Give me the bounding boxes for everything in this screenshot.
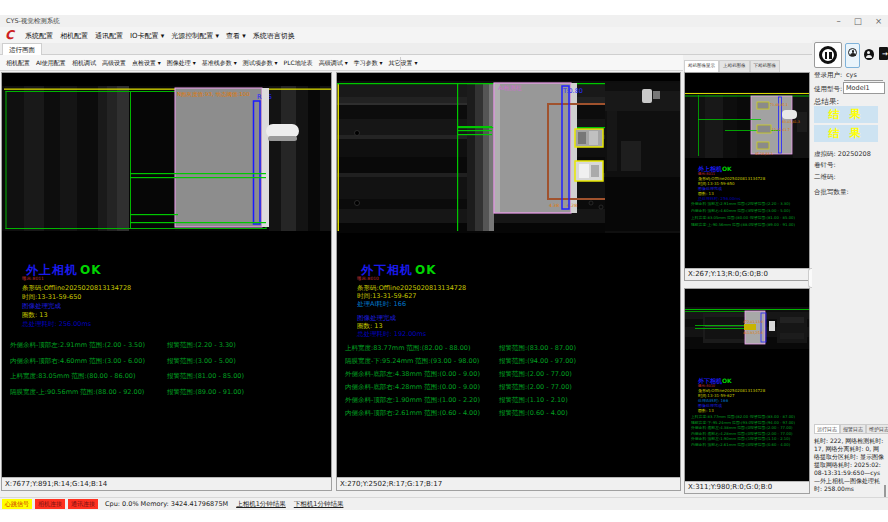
measurement-text: 内侧余料-顶部右:4.60mm 范围:(3.00 - 6.00) — [10, 357, 167, 373]
batch-label: 合批写数量: — [814, 188, 849, 197]
operator-button[interactable] — [862, 44, 875, 66]
measurement-text: 隔膜宽度-上:90.56mm 范围:(88.00 - 92.00) — [691, 222, 750, 229]
pause-icon — [819, 46, 837, 64]
exit-button[interactable] — [877, 43, 888, 68]
log-tab[interactable]: 报警日志 — [840, 424, 866, 434]
thumb-loops: 圈数: 13 — [698, 408, 714, 413]
login-value: cys — [846, 71, 857, 79]
menu-item[interactable]: 相机配置 — [60, 31, 88, 41]
time-text: 时间:13-31-59-650 — [22, 293, 81, 302]
measurement-text: 内侧余料-底部右:4.28mm 范围:(0.00 - 9.00) — [345, 383, 499, 396]
toolbar-item[interactable]: 高级调试 ▾ — [319, 59, 348, 68]
toolbar-item[interactable]: 相机调试 — [72, 59, 96, 68]
measurement-row: 内侧余料-顶部右:2.61mm 范围:(0.60 - 4.00)报警范围:(0.… — [691, 442, 809, 448]
svg-text:461.93,25.8: 461.93,25.8 — [743, 331, 763, 335]
model-select[interactable]: Model1 — [843, 82, 885, 94]
log-scrollbar[interactable] — [884, 485, 886, 497]
measurement-row: 上料宽度:83.05mm 范围:(80.00 - 86.00)报警范围:(81.… — [691, 215, 809, 222]
total-time-text: 总处理耗时: 192.00ms — [357, 330, 426, 339]
toolbar-item[interactable]: 学习参数 ▾ — [354, 59, 383, 68]
measurement-alarm: 报警范围:(3.00 - 5.00) — [750, 208, 790, 215]
camera-thumb-top[interactable]: 73.48,45.1 12.01,61.7 83.03,41.3 45.18,8… — [684, 72, 810, 281]
measurement-alarm: 报警范围:(81.00 - 85.00) — [750, 215, 795, 222]
virtual-code: 虚拟码: 20250208 — [814, 150, 871, 159]
camera-canvas-mid: AI检测框 4.38 4.28 T:0.80 外下相机OK 曝光:8010 条 — [337, 73, 680, 477]
window-controls: –□× — [824, 16, 882, 26]
result-box-2: 结 果 — [814, 125, 878, 142]
pause-button[interactable] — [814, 42, 842, 68]
toolbar-item[interactable]: AI使用配置 — [36, 59, 66, 68]
toolbar-item[interactable]: 基准线参数 ▾ — [202, 59, 237, 68]
minimize-button[interactable]: – — [837, 16, 841, 26]
svg-text:12.01,61.7: 12.01,61.7 — [772, 128, 790, 132]
measurement-text: 上料宽度:83.77mm 范围:(82.00 - 88.00) — [345, 344, 499, 357]
measurement-alarm: 报警范围:(94.00 - 97.00) — [499, 357, 576, 370]
toolbar-item[interactable]: PLC地址表 — [284, 59, 313, 68]
toolbar-item[interactable]: 测试项参数 ▾ — [243, 59, 278, 68]
result-box-1: 结 果 — [814, 106, 878, 123]
camera-view-left[interactable]: N面灰度值:93, 动态阈值:100 R:46 外上相机OK 曝光:8011 条… — [1, 72, 332, 491]
panel-collapse-handle[interactable] — [808, 268, 812, 288]
measurement-alarm: 报警范围:(3.00 - 5.00) — [167, 357, 236, 373]
measurement-row: 隔膜宽度-上:90.56mm 范围:(88.00 - 92.00)报警范围:(8… — [10, 388, 244, 404]
measurement-text: 内侧余料-顶部右:2.61mm 范围:(0.60 - 4.00) — [691, 442, 750, 448]
toolbar-item[interactable]: 图像处理 ▾ — [167, 59, 196, 68]
operator-icon — [864, 49, 874, 60]
thumb-tab[interactable]: 下相机图像 — [750, 60, 781, 72]
toolbar-item[interactable]: 相机配置 — [6, 59, 30, 68]
camera-view-mid[interactable]: AI检测框 4.38 4.28 T:0.80 外下相机OK 曝光:8010 条 — [336, 72, 681, 491]
menu-item[interactable]: 查看 ▾ — [226, 31, 246, 41]
login-label: 登录用户: — [814, 71, 842, 80]
view-statusbar-mid: X:270;Y:2502;R:17;G:17;B:17 — [337, 477, 680, 490]
lower-camera-result-link[interactable]: 下相机1分钟结果 — [294, 500, 344, 509]
menu-item[interactable]: 光源控制配置 ▾ — [171, 31, 219, 41]
svg-text:4.38: 4.38 — [549, 203, 559, 208]
measurement-alarm: 报警范围:(1.10 - 2.10) — [499, 396, 568, 409]
measurement-alarm: 报警范围:(0.60 - 4.00) — [750, 442, 790, 448]
total-time-text: 总处理耗时: 256.00ms — [22, 320, 91, 329]
model-label: 使用型号: — [814, 85, 842, 94]
thumb-tab[interactable]: 上相机图像 — [719, 60, 750, 72]
thumb-tab[interactable]: 相机图像显示 — [684, 60, 719, 72]
log-tab[interactable]: 运行日志 — [814, 424, 840, 434]
pin-label: 卷针号: — [814, 161, 836, 170]
menu-item[interactable]: 系统配置 — [25, 31, 53, 41]
camera-thumb-bottom[interactable]: 472.01,13.9 461.93,25.8 外下相机OK 曝光:8010 条… — [684, 288, 810, 494]
measurement-text: 上料宽度:83.05mm 范围:(80.00 - 86.00) — [691, 215, 750, 222]
thumb-tabs: 相机图像显示上相机图像下相机图像 — [684, 60, 810, 72]
maximize-button[interactable]: □ — [854, 16, 862, 26]
menu-item[interactable]: 系统语言切换 — [253, 31, 295, 41]
close-button[interactable]: × — [875, 16, 882, 26]
title-bar: CYS-视觉检测系统 –□× — [0, 15, 888, 27]
svg-text:N面灰度值:93, 动态阈值:100: N面灰度值:93, 动态阈值:100 — [177, 91, 250, 98]
camera-canvas-left: N面灰度值:93, 动态阈值:100 R:46 外上相机OK 曝光:8011 条… — [2, 73, 331, 477]
menu-items: 系统配置相机配置通讯配置IO卡配置 ▾光源控制配置 ▾查看 ▾系统语言切换 — [25, 31, 295, 41]
menu-item[interactable]: 通讯配置 — [95, 31, 123, 41]
upper-camera-result-link[interactable]: 上相机1分钟结果 — [236, 500, 286, 509]
measurement-text: 内侧余料-顶部右:2.61mm 范围:(0.60 - 4.00) — [345, 409, 499, 422]
toolbar-item[interactable]: 其它设置 ▾ — [389, 59, 418, 68]
measurement-alarm: 报警范围:(2.20 - 3.30) — [750, 201, 790, 208]
status-badge: 心跳信号 — [2, 499, 32, 509]
toolbar-item[interactable]: 点检设置 ▾ — [132, 59, 161, 68]
thumb-statusbar-top: X:267;Y:13;R:0;G:0;B:0 — [685, 268, 809, 280]
user-button[interactable] — [845, 43, 860, 68]
menu-bar: C 系统配置相机配置通讯配置IO卡配置 ▾光源控制配置 ▾查看 ▾系统语言切换 — [0, 27, 888, 43]
measurement-alarm: 报警范围:(83.00 - 87.00) — [499, 344, 576, 357]
tab-run-screen[interactable]: 运行画面 — [2, 43, 42, 55]
measurement-row: 内侧余料-顶部右:4.60mm 范围:(3.00 - 6.00)报警范围:(3.… — [10, 357, 244, 373]
toolbar-items: 相机配置AI使用配置相机调试高级设置点检设置 ▾图像处理 ▾基准线参数 ▾测试项… — [6, 59, 417, 68]
login-underline — [844, 80, 883, 81]
measurement-row: 隔膜宽度-下:95.24mm 范围:(93.00 - 98.00)报警范围:(9… — [345, 357, 576, 370]
toolbar-item[interactable]: 高级设置 — [102, 59, 126, 68]
thumb-canvas-top: 73.48,45.1 12.01,61.7 83.03,41.3 45.18,8… — [685, 73, 809, 268]
measurement-row: 上料宽度:83.05mm 范围:(80.00 - 86.00)报警范围:(81.… — [10, 372, 244, 388]
svg-text:T:0.80: T:0.80 — [562, 87, 583, 95]
measurement-text: 隔膜宽度-下:95.24mm 范围:(93.00 - 98.00) — [345, 357, 499, 370]
log-tab[interactable]: 维护日志 — [866, 424, 888, 434]
measurement-row: 外侧余料-顶部左:1.90mm 范围:(1.00 - 2.20)报警范围:(1.… — [345, 396, 576, 409]
exposure-text: 曝光:8010 — [357, 276, 379, 281]
status-badge: 相机连接 — [35, 499, 65, 509]
menu-item[interactable]: IO卡配置 ▾ — [130, 31, 164, 41]
exposure-text: 曝光:8011 — [22, 276, 44, 281]
